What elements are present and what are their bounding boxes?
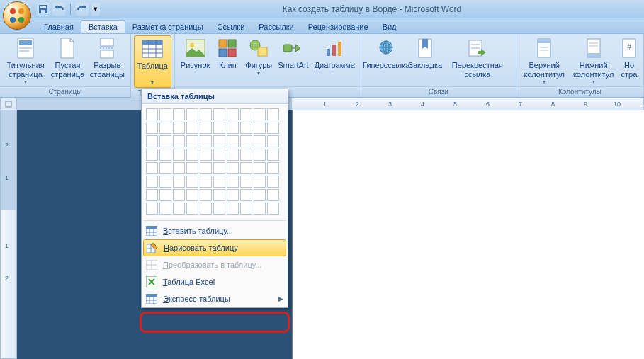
tab-page-layout[interactable]: Разметка страницы [125,21,210,33]
crossref-button[interactable]: Перекрестная ссылка [442,35,513,80]
grid-cell[interactable] [186,162,198,174]
table-grid-picker[interactable] [142,104,288,219]
grid-cell[interactable] [146,162,158,174]
grid-cell[interactable] [159,162,171,174]
grid-cell[interactable] [159,203,171,215]
grid-cell[interactable] [159,189,171,201]
save-button[interactable] [37,3,50,16]
grid-cell[interactable] [213,176,225,188]
grid-cell[interactable] [173,203,185,215]
grid-cell[interactable] [173,149,185,161]
grid-cell[interactable] [200,122,212,134]
tab-references[interactable]: Ссылки [210,21,252,33]
grid-cell[interactable] [200,189,212,201]
pagenum-button[interactable]: #Но стра [618,35,640,80]
grid-cell[interactable] [254,108,266,120]
grid-cell[interactable] [146,203,158,215]
grid-cell[interactable] [213,135,225,147]
grid-cell[interactable] [200,176,212,188]
grid-cell[interactable] [240,162,252,174]
redo-button[interactable] [76,3,89,16]
grid-cell[interactable] [159,135,171,147]
excel-table-item[interactable]: Таблица Excel [142,273,288,290]
grid-cell[interactable] [227,203,239,215]
undo-button[interactable] [52,3,65,16]
grid-cell[interactable] [254,149,266,161]
grid-cell[interactable] [254,162,266,174]
grid-cell[interactable] [267,122,279,134]
grid-cell[interactable] [240,135,252,147]
tab-view[interactable]: Вид [375,21,404,33]
quick-tables-item[interactable]: Экспресс-таблицы ▶ [142,290,288,307]
grid-cell[interactable] [240,203,252,215]
blank-page-button[interactable]: Пустая страница [48,35,87,80]
grid-cell[interactable] [267,162,279,174]
shapes-button[interactable]: Фигуры▾ [242,35,275,78]
grid-cell[interactable] [200,203,212,215]
grid-cell[interactable] [227,162,239,174]
grid-cell[interactable] [173,176,185,188]
grid-cell[interactable] [240,122,252,134]
tab-insert[interactable]: Вставка [81,20,125,33]
grid-cell[interactable] [267,189,279,201]
tab-home[interactable]: Главная [37,21,81,33]
ruler-corner[interactable] [0,98,17,110]
grid-cell[interactable] [186,149,198,161]
grid-cell[interactable] [186,189,198,201]
grid-cell[interactable] [213,203,225,215]
grid-cell[interactable] [200,108,212,120]
grid-cell[interactable] [254,189,266,201]
grid-cell[interactable] [146,135,158,147]
smartart-button[interactable]: SmartArt [275,35,311,72]
grid-cell[interactable] [227,108,239,120]
grid-cell[interactable] [240,189,252,201]
footer-button[interactable]: Нижний колонтитул▾ [569,35,617,86]
hyperlink-button[interactable]: Гиперссылка [364,35,409,72]
horizontal-ruler[interactable]: 1 1 2 3 4 5 6 7 8 9 10 11 [17,98,644,110]
grid-cell[interactable] [146,176,158,188]
grid-cell[interactable] [146,189,158,201]
grid-cell[interactable] [213,162,225,174]
draw-table-item[interactable]: Нарисовать таблицу [143,239,286,256]
grid-cell[interactable] [200,149,212,161]
tab-mailings[interactable]: Рассылки [252,21,300,33]
grid-cell[interactable] [267,149,279,161]
vertical-ruler[interactable]: 2 1 1 2 [0,110,17,359]
grid-cell[interactable] [213,189,225,201]
grid-cell[interactable] [213,122,225,134]
grid-cell[interactable] [173,189,185,201]
grid-cell[interactable] [254,135,266,147]
grid-cell[interactable] [173,108,185,120]
grid-cell[interactable] [213,108,225,120]
grid-cell[interactable] [186,176,198,188]
table-button[interactable]: Таблица▾ [134,35,171,88]
grid-cell[interactable] [186,108,198,120]
grid-cell[interactable] [159,149,171,161]
grid-cell[interactable] [146,149,158,161]
chart-button[interactable]: Диаграмма [312,35,358,72]
grid-cell[interactable] [173,122,185,134]
bookmark-button[interactable]: Закладка [408,35,441,72]
grid-cell[interactable] [227,189,239,201]
grid-cell[interactable] [227,149,239,161]
grid-cell[interactable] [200,162,212,174]
grid-cell[interactable] [213,149,225,161]
grid-cell[interactable] [173,162,185,174]
grid-cell[interactable] [159,176,171,188]
clip-button[interactable]: Клип [213,35,242,72]
page-break-button[interactable]: Разрыв страницы [87,35,128,80]
grid-cell[interactable] [146,122,158,134]
grid-cell[interactable] [159,122,171,134]
grid-cell[interactable] [240,176,252,188]
grid-cell[interactable] [186,122,198,134]
grid-cell[interactable] [186,135,198,147]
picture-button[interactable]: Рисунок [178,35,213,72]
document-area[interactable]: FREE-OFFICE.NET [17,110,644,359]
grid-cell[interactable] [227,176,239,188]
tab-review[interactable]: Рецензирование [301,21,375,33]
grid-cell[interactable] [240,108,252,120]
grid-cell[interactable] [267,135,279,147]
header-button[interactable]: Верхний колонтитул▾ [519,35,570,86]
grid-cell[interactable] [227,135,239,147]
grid-cell[interactable] [173,135,185,147]
